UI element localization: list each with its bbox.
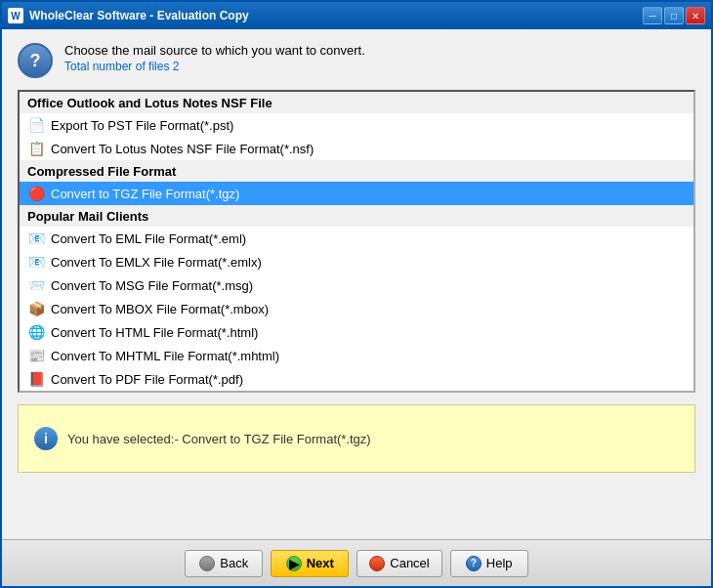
list-item-emlx[interactable]: 📧 Convert To EMLX File Format(*.emlx) xyxy=(20,250,693,273)
category-compressed: Compressed File Format xyxy=(20,160,693,182)
footer: Back ▶ Next Cancel ? Help xyxy=(2,539,711,586)
cancel-button[interactable]: Cancel xyxy=(356,550,441,577)
list-item-pst[interactable]: 📄 Export To PST File Format(*.pst) xyxy=(20,113,693,137)
list-item-eml[interactable]: 📧 Convert To EML File Format(*.eml) xyxy=(20,227,693,250)
question-icon: ? xyxy=(18,43,53,78)
help-label: Help xyxy=(486,556,513,570)
category-mail: Popular Mail Clients xyxy=(20,205,693,227)
list-item-mhtml[interactable]: 📰 Convert To MHTML File Format(*.mhtml) xyxy=(20,344,693,367)
list-item-pst-label: Export To PST File Format(*.pst) xyxy=(51,118,233,133)
info-icon: i xyxy=(34,427,58,450)
back-button[interactable]: Back xyxy=(185,550,263,577)
mhtml-icon: 📰 xyxy=(27,347,45,364)
tgz-icon: 🔴 xyxy=(27,185,45,202)
list-item-tgz[interactable]: 🔴 Convert to TGZ File Format(*.tgz) xyxy=(20,182,693,205)
info-box: i You have selected:- Convert to TGZ Fil… xyxy=(18,404,695,473)
close-button[interactable]: ✕ xyxy=(686,7,705,24)
next-label: Next xyxy=(307,556,334,570)
cancel-icon xyxy=(369,556,385,571)
header-section: ? Choose the mail source to which you wa… xyxy=(18,43,695,78)
cancel-label: Cancel xyxy=(390,556,429,570)
category-office-label: Office Outlook and Lotus Notes NSF File xyxy=(27,96,273,110)
header-text: Choose the mail source to which you want… xyxy=(64,43,365,73)
list-item-msg-label: Convert To MSG File Format(*.msg) xyxy=(51,278,253,293)
category-office: Office Outlook and Lotus Notes NSF File xyxy=(20,92,693,113)
title-bar: W WholeClear Software - Evaluation Copy … xyxy=(2,2,711,29)
mbox-icon: 📦 xyxy=(27,300,45,317)
next-button[interactable]: ▶ Next xyxy=(271,550,349,577)
list-item-mbox-label: Convert To MBOX File Format(*.mbox) xyxy=(51,302,269,316)
msg-icon: 📨 xyxy=(27,276,45,294)
emlx-icon: 📧 xyxy=(27,253,45,271)
eml-icon: 📧 xyxy=(27,230,45,247)
html-icon: 🌐 xyxy=(27,323,45,341)
list-item-nsf-label: Convert To Lotus Notes NSF File Format(*… xyxy=(51,142,314,156)
pst-icon: 📄 xyxy=(27,116,45,134)
back-icon xyxy=(199,556,215,571)
list-item-nsf[interactable]: 📋 Convert To Lotus Notes NSF File Format… xyxy=(20,137,693,160)
list-item-html[interactable]: 🌐 Convert To HTML File Format(*.html) xyxy=(20,320,693,344)
back-label: Back xyxy=(220,556,248,570)
list-item-eml-label: Convert To EML File Format(*.eml) xyxy=(51,231,246,246)
list-item-tgz-label: Convert to TGZ File Format(*.tgz) xyxy=(51,187,239,201)
nsf-icon: 📋 xyxy=(27,140,45,157)
next-icon: ▶ xyxy=(286,556,302,571)
help-button[interactable]: ? Help xyxy=(450,550,528,577)
help-icon: ? xyxy=(466,556,482,571)
list-item-mhtml-label: Convert To MHTML File Format(*.mhtml) xyxy=(51,349,279,363)
minimize-button[interactable]: ─ xyxy=(643,7,662,24)
info-text: You have selected:- Convert to TGZ File … xyxy=(67,432,371,446)
content-area: ? Choose the mail source to which you wa… xyxy=(2,29,711,539)
list-item-mbox[interactable]: 📦 Convert To MBOX File Format(*.mbox) xyxy=(20,297,693,320)
header-sub: Total number of files 2 xyxy=(64,60,365,73)
list-item-pdf-label: Convert To PDF File Format(*.pdf) xyxy=(51,372,243,387)
app-icon: W xyxy=(8,8,23,23)
category-compressed-label: Compressed File Format xyxy=(27,164,176,179)
main-window: W WholeClear Software - Evaluation Copy … xyxy=(0,0,713,588)
format-list[interactable]: Office Outlook and Lotus Notes NSF File … xyxy=(18,90,695,393)
pdf-icon: 📕 xyxy=(27,370,45,388)
list-item-emlx-label: Convert To EMLX File Format(*.emlx) xyxy=(51,255,262,270)
category-mail-label: Popular Mail Clients xyxy=(27,209,148,224)
header-main: Choose the mail source to which you want… xyxy=(64,43,365,58)
window-title: WholeClear Software - Evaluation Copy xyxy=(29,9,249,22)
list-item-html-label: Convert To HTML File Format(*.html) xyxy=(51,325,258,340)
category-remote: Upload To Remote Servers xyxy=(20,391,693,393)
maximize-button[interactable]: □ xyxy=(664,7,684,24)
list-item-msg[interactable]: 📨 Convert To MSG File Format(*.msg) xyxy=(20,273,693,297)
window-controls: ─ □ ✕ xyxy=(643,7,705,24)
list-item-pdf[interactable]: 📕 Convert To PDF File Format(*.pdf) xyxy=(20,367,693,391)
